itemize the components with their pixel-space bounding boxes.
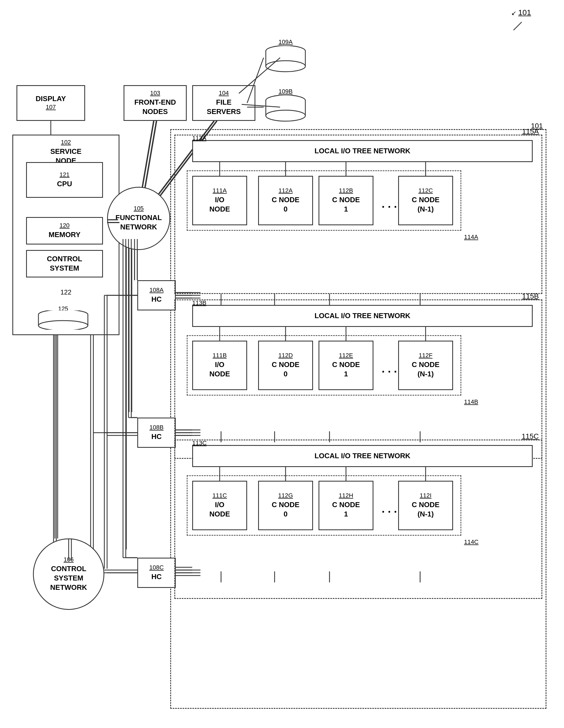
ref-115b: 115B	[522, 292, 539, 301]
hc-108c-id: 108C	[149, 564, 164, 571]
storage-109a: 109A	[264, 38, 307, 74]
functional-network-id: 105	[134, 205, 144, 212]
svg-point-45	[38, 321, 88, 330]
svg-point-55	[266, 110, 305, 121]
csn-label: CONTROLSYSTEMNETWORK	[50, 564, 87, 592]
hc-108b-label: HC	[151, 432, 162, 441]
display-label: DISPLAY	[36, 94, 66, 104]
local-net-113a-label: LOCAL I/O TREE NETWORK	[314, 146, 410, 156]
ref-115c: 115C	[522, 432, 539, 441]
csn-id: 106	[64, 556, 74, 563]
file-servers-box: 104 FILESERVERS	[192, 85, 256, 121]
hc-108a-box: 108A HC	[137, 280, 176, 310]
memory-label: MEMORY	[49, 230, 81, 240]
local-net-113b-label: LOCAL I/O TREE NETWORK	[314, 311, 410, 321]
ref-115a: 115A	[522, 127, 539, 136]
ref-122: 122	[60, 288, 71, 296]
hc-108b-box: 108B HC	[137, 418, 176, 448]
local-net-113a-box: LOCAL I/O TREE NETWORK	[192, 140, 533, 162]
hc-108c-label: HC	[151, 572, 162, 582]
display-box: DISPLAY 107	[16, 85, 85, 121]
svg-point-50	[266, 61, 305, 72]
hc-108b-id: 108B	[149, 424, 163, 431]
memory-id: 120	[60, 222, 70, 229]
local-net-113c-box: LOCAL I/O TREE NETWORK	[192, 445, 533, 467]
inner-dashed-114b	[187, 335, 461, 396]
ref-100: ↙ 101	[511, 8, 531, 17]
control-system-network-circle: 106 CONTROLSYSTEMNETWORK	[33, 538, 104, 610]
ref-114b: 114B	[464, 398, 478, 405]
ref-114c: 114C	[464, 538, 479, 546]
diagram: ↙ 101 DISPLAY 107 102 SERVICE NODE 121 C…	[0, 0, 564, 728]
inner-dashed-114c	[187, 475, 461, 536]
display-id: 107	[46, 104, 56, 111]
svg-line-40	[513, 22, 522, 30]
control-system-box: CONTROLSYSTEM	[26, 250, 103, 277]
control-system-label: CONTROLSYSTEM	[47, 254, 82, 273]
cpu-box: 121 CPU	[26, 162, 103, 198]
local-net-113b-box: LOCAL I/O TREE NETWORK	[192, 305, 533, 327]
cpu-label: CPU	[57, 179, 72, 189]
cpu-id: 121	[60, 171, 70, 178]
ref-113a: 113A	[192, 135, 206, 142]
file-servers-label: FILESERVERS	[207, 98, 241, 116]
service-node-id: 102	[40, 139, 92, 146]
hc-108c-box: 108C HC	[137, 558, 176, 588]
functional-network-label: FUNCTIONALNETWORK	[116, 213, 162, 232]
hc-108a-id: 108A	[149, 287, 163, 294]
hc-108a-label: HC	[151, 295, 162, 304]
file-servers-id: 104	[219, 90, 229, 97]
front-end-nodes-box: 103 FRONT-ENDNODES	[124, 85, 187, 121]
front-end-id: 103	[150, 90, 160, 97]
ref-114a: 114A	[464, 234, 478, 241]
functional-network-circle: 105 FUNCTIONALNETWORK	[107, 187, 170, 250]
ref-113c: 113C	[192, 440, 207, 447]
storage-cylinder: 125 STORAGE	[36, 297, 91, 330]
storage-109b: 109B	[264, 88, 307, 124]
memory-box: 120 MEMORY	[26, 217, 103, 244]
inner-dashed-114a	[187, 170, 461, 231]
front-end-label: FRONT-ENDNODES	[134, 98, 176, 116]
local-net-113c-label: LOCAL I/O TREE NETWORK	[314, 451, 410, 461]
ref-113b: 113B	[192, 299, 206, 307]
